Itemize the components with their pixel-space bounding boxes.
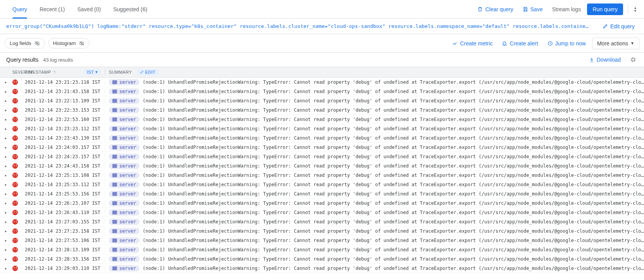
expand-toggle[interactable]: ▸	[0, 200, 12, 206]
log-row[interactable]: ▸!!2021-12-14 23:26:23.107 ISTserver(nod…	[0, 199, 644, 208]
expand-toggle[interactable]: ▸	[0, 163, 12, 169]
expand-toggle[interactable]: ▸	[0, 107, 12, 113]
log-row[interactable]: ▸!!2021-12-14 23:22:33.153 ISTserver(nod…	[0, 105, 644, 115]
log-row[interactable]: ▸!!2021-12-14 23:22:53.160 ISTserver(nod…	[0, 115, 644, 124]
timestamp-cell: 2021-12-14 23:28:13.109 IST	[23, 247, 105, 252]
expand-toggle[interactable]: ▸	[0, 247, 12, 252]
expand-toggle[interactable]: ▸	[0, 80, 12, 85]
query-text[interactable]: error_group("CKum4sa0k9b1LQ") logName:"s…	[6, 23, 599, 29]
jump-to-now-button[interactable]: Jump to now	[544, 38, 589, 49]
log-row[interactable]: ▸!!2021-12-14 23:21:23.118 ISTserver(nod…	[0, 78, 644, 87]
container-chip[interactable]: server	[109, 209, 139, 216]
expand-toggle[interactable]: ▸	[0, 210, 12, 215]
expand-toggle[interactable]: ▸	[0, 173, 12, 178]
container-chip[interactable]: server	[109, 256, 139, 262]
more-actions-button[interactable]: More actions ▼	[592, 38, 639, 49]
run-query-button[interactable]: Run query	[587, 3, 623, 15]
container-chip[interactable]: server	[109, 126, 139, 132]
log-row[interactable]: ▸!!2021-12-14 23:25:53.156 ISTserver(nod…	[0, 189, 644, 199]
timestamp-cell: 2021-12-14 23:25:53.156 IST	[23, 191, 105, 197]
log-row[interactable]: ▸!!2021-12-14 23:28:13.109 ISTserver(nod…	[0, 245, 644, 254]
histogram-chip[interactable]: Histogram	[48, 38, 90, 48]
container-chip[interactable]: server	[109, 191, 139, 197]
tab-suggested[interactable]: Suggested (6)	[107, 0, 153, 19]
summary-cell: server(node:1) UnhandledPromiseRejection…	[105, 79, 644, 85]
expand-toggle[interactable]: ▸	[0, 256, 12, 262]
log-message: (node:1) UnhandledPromiseRejectionWarnin…	[143, 107, 644, 113]
summary-cell: server(node:1) UnhandledPromiseRejection…	[105, 209, 644, 216]
log-row[interactable]: ▸!!2021-12-14 23:27:03.155 ISTserver(nod…	[0, 217, 644, 226]
create-metric-button[interactable]: Create metric	[449, 38, 496, 49]
severity-cell: !!	[12, 80, 23, 85]
container-chip[interactable]: server	[109, 154, 139, 160]
expand-toggle[interactable]: ▸	[0, 117, 12, 122]
container-chip[interactable]: server	[109, 228, 139, 234]
edit-query-button[interactable]: Edit query	[599, 23, 638, 29]
collapse-panel-button[interactable]	[629, 55, 638, 64]
expand-collapse-toggle[interactable]: ▴ ▾	[633, 5, 638, 14]
log-fields-chip[interactable]: Log fields	[5, 38, 45, 48]
save-button[interactable]: Save	[520, 4, 546, 15]
server-icon	[112, 211, 117, 214]
download-button[interactable]: Download	[586, 54, 624, 65]
col-timestamp[interactable]: Timestamp ↑ IST ▼	[23, 69, 105, 75]
more-actions-label: More actions	[597, 40, 628, 47]
chevron-down-icon: ▼	[630, 41, 634, 45]
create-alert-button[interactable]: Create alert	[499, 38, 541, 49]
tab-saved[interactable]: Saved (0)	[71, 0, 107, 19]
container-chip[interactable]: server	[109, 163, 139, 169]
log-row[interactable]: ▸!!2021-12-14 23:21:43.158 ISTserver(nod…	[0, 87, 644, 96]
expand-toggle[interactable]: ▸	[0, 228, 12, 234]
log-row[interactable]: ▸!!2021-12-14 23:25:13.108 ISTserver(nod…	[0, 171, 644, 180]
log-row[interactable]: ▸!!2021-12-14 23:25:33.112 ISTserver(nod…	[0, 180, 644, 189]
container-chip[interactable]: server	[109, 219, 139, 225]
expand-toggle[interactable]: ▸	[0, 135, 12, 141]
expand-toggle[interactable]: ▸	[0, 238, 12, 243]
log-row[interactable]: ▸!!2021-12-14 23:24:23.157 ISTserver(nod…	[0, 152, 644, 161]
container-chip[interactable]: server	[109, 98, 139, 104]
timezone-chip[interactable]: IST ▼	[84, 69, 102, 75]
expand-toggle[interactable]: ▸	[0, 154, 12, 159]
expand-toggle[interactable]: ▸	[0, 182, 12, 187]
expand-toggle[interactable]: ▸	[0, 219, 12, 225]
expand-toggle[interactable]: ▸	[0, 145, 12, 150]
container-chip[interactable]: server	[109, 172, 139, 178]
container-chip[interactable]: server	[109, 88, 139, 95]
container-chip[interactable]: server	[109, 135, 139, 141]
expand-toggle[interactable]: ▸	[0, 126, 12, 131]
col-severity[interactable]: Severity	[12, 70, 23, 74]
container-chip[interactable]: server	[109, 237, 139, 244]
log-row[interactable]: ▸!!2021-12-14 23:29:03.110 ISTserver(nod…	[0, 264, 644, 273]
log-row[interactable]: ▸!!2021-12-14 23:22:13.109 ISTserver(nod…	[0, 96, 644, 105]
log-row[interactable]: ▸!!2021-12-14 23:24:43.158 ISTserver(nod…	[0, 161, 644, 171]
expand-toggle[interactable]: ▸	[0, 266, 12, 271]
container-chip[interactable]: server	[109, 181, 139, 188]
log-row[interactable]: ▸!!2021-12-14 23:26:43.110 ISTserver(nod…	[0, 208, 644, 217]
container-chip[interactable]: server	[109, 144, 139, 150]
log-row[interactable]: ▸!!2021-12-14 23:27:23.158 ISTserver(nod…	[0, 226, 644, 236]
container-chip[interactable]: server	[109, 107, 139, 113]
stream-logs-button[interactable]: Stream logs	[549, 4, 584, 15]
log-row[interactable]: ▸!!2021-12-14 23:23:23.112 ISTserver(nod…	[0, 124, 644, 133]
log-row[interactable]: ▸!!2021-12-14 23:23:43.130 ISTserver(nod…	[0, 133, 644, 143]
expand-toggle[interactable]: ▸	[0, 98, 12, 104]
expand-toggle[interactable]: ▸	[0, 89, 12, 94]
tab-query[interactable]: Query	[6, 0, 33, 19]
container-chip[interactable]: server	[109, 116, 139, 123]
log-row[interactable]: ▸!!2021-12-14 23:28:33.156 ISTserver(nod…	[0, 254, 644, 264]
clear-query-button[interactable]: Clear query	[474, 4, 516, 15]
container-chip[interactable]: server	[109, 265, 139, 271]
container-label: server	[119, 163, 136, 169]
log-row[interactable]: ▸!!2021-12-14 23:24:03.157 ISTserver(nod…	[0, 143, 644, 152]
container-chip[interactable]: server	[109, 247, 139, 253]
expand-toggle[interactable]: ▸	[0, 191, 12, 197]
container-label: server	[119, 228, 136, 234]
summary-cell: server(node:1) UnhandledPromiseRejection…	[105, 181, 644, 188]
container-chip[interactable]: server	[109, 200, 139, 206]
log-row[interactable]: ▸!!2021-12-14 23:27:53.106 ISTserver(nod…	[0, 236, 644, 245]
edit-columns-button[interactable]: EDIT	[137, 69, 159, 75]
results-toolbar: Log fields Histogram Create metric Creat…	[0, 34, 644, 53]
container-chip[interactable]: server	[109, 79, 139, 85]
tab-recent[interactable]: Recent (1)	[33, 0, 71, 19]
log-fields-label: Log fields	[10, 40, 31, 46]
